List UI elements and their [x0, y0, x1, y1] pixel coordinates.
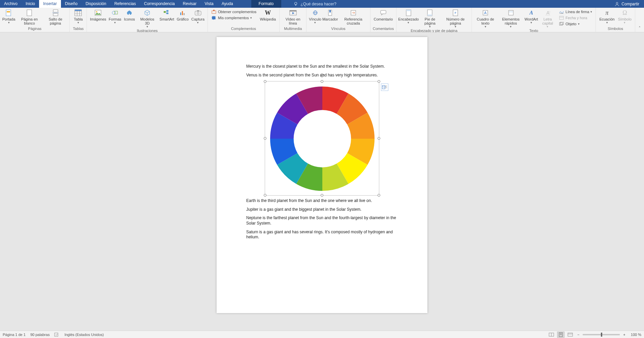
group-media: Vídeo en línea Multimedia [280, 8, 307, 32]
shapes-button[interactable]: Formas▾ [108, 8, 122, 25]
resize-handle-tr[interactable] [378, 80, 380, 83]
header-button[interactable]: Encabezado▾ [398, 8, 418, 25]
status-proofing-icon[interactable] [54, 332, 60, 337]
svg-rect-39 [406, 10, 411, 11]
group-addins-label: Complementos [210, 27, 277, 31]
document-area[interactable]: Mercury is the closest planet to the Sun… [0, 32, 644, 331]
paragraph-neptune[interactable]: Neptune is the farthest planet from the … [246, 215, 398, 226]
crossref-button[interactable]: Referencia cruzada [339, 8, 368, 25]
tab-design[interactable]: Diseño [61, 0, 82, 8]
cover-page-button[interactable]: Portada▾ [2, 8, 15, 25]
group-links: Vínculo▾ Marcador Referencia cruzada Vín… [307, 8, 370, 32]
svg-rect-5 [27, 10, 32, 16]
group-symbols-label: Símbolos [598, 27, 633, 31]
my-addins-button[interactable]: Mis complementos ▾ [211, 15, 256, 21]
zoom-out-button[interactable]: − [576, 333, 581, 337]
object-button[interactable]: Objeto ▾ [559, 21, 592, 27]
selected-image[interactable] [265, 81, 379, 196]
tab-references[interactable]: Referencias [110, 0, 140, 8]
comment-button[interactable]: Comentario [373, 8, 394, 21]
svg-text:A: A [484, 11, 487, 15]
tab-format-context[interactable]: Formato [251, 0, 281, 8]
paragraph-jupiter[interactable]: Jupiter is a gas giant and the biggest p… [246, 207, 398, 212]
view-read-mode[interactable] [548, 332, 555, 338]
3d-models-button[interactable]: Modelos 3D▾ [137, 8, 158, 29]
screenshot-button[interactable]: Captura▾ [190, 8, 205, 25]
smartart-button[interactable]: SmartArt [159, 8, 175, 21]
svg-rect-57 [560, 22, 564, 25]
group-pages-label: Páginas [2, 27, 67, 31]
svg-rect-48 [511, 11, 513, 12]
zoom-level[interactable]: 100 % [631, 333, 641, 337]
svg-rect-28 [212, 11, 216, 13]
group-text: ACuadro de texto▾ Elementos rápidos▾ AWo… [472, 8, 596, 32]
date-time-button[interactable]: Fecha y hora [559, 15, 592, 21]
dropcap-button[interactable]: ALetra capital▾ [539, 8, 557, 29]
svg-rect-23 [182, 11, 183, 15]
resize-handle-bl[interactable] [264, 194, 266, 197]
collapse-ribbon-button[interactable]: ˄ [635, 26, 644, 32]
tab-home[interactable]: Inicio [22, 0, 39, 8]
bookmark-button[interactable]: Marcador [322, 8, 338, 21]
tab-help[interactable]: Ayuda [218, 0, 237, 8]
images-button[interactable]: Imágenes [89, 8, 107, 21]
symbol-button[interactable]: ΩSímbolo▾ [617, 8, 633, 25]
tab-view[interactable]: Vista [201, 0, 218, 8]
resize-handle-mr[interactable] [378, 137, 380, 140]
paragraph-saturn[interactable]: Saturn is a gas giant and has several ri… [246, 230, 398, 240]
resize-handle-bm[interactable] [321, 194, 323, 197]
quick-parts-button[interactable]: Elementos rápidos▾ [497, 8, 524, 29]
svg-point-0 [294, 2, 297, 4]
svg-rect-1 [295, 4, 296, 5]
tab-insert[interactable]: Insertar [39, 0, 61, 8]
paragraph-earth[interactable]: Earth is the third planet from the Sun a… [246, 198, 398, 204]
blank-page-button[interactable]: Página en blanco [16, 8, 43, 25]
svg-rect-29 [213, 10, 215, 11]
textbox-button[interactable]: ACuadro de texto▾ [474, 8, 497, 29]
group-links-label: Vínculos [309, 27, 368, 31]
wordart-button[interactable]: AWordArt▾ [525, 8, 538, 25]
resize-handle-br[interactable] [378, 194, 380, 197]
view-print-layout[interactable] [557, 332, 565, 338]
tell-me-placeholder: ¿Qué desea hacer? [301, 2, 336, 6]
share-button[interactable]: Compartir [610, 0, 644, 8]
svg-rect-24 [184, 13, 185, 15]
tab-file[interactable]: Archivo [0, 0, 22, 8]
wikipedia-button[interactable]: WWikipedia [258, 8, 277, 21]
svg-rect-25 [195, 11, 201, 15]
tab-review[interactable]: Revisar [179, 0, 201, 8]
svg-rect-19 [164, 11, 166, 13]
tab-layout[interactable]: Disposición [82, 0, 110, 8]
svg-rect-6 [53, 10, 58, 12]
zoom-in-button[interactable]: + [622, 333, 626, 337]
zoom-slider[interactable] [583, 334, 620, 335]
signature-line-button[interactable]: Línea de firma ▾ [559, 9, 592, 14]
layout-options-button[interactable] [381, 83, 388, 91]
get-addins-button[interactable]: Obtener complementos [211, 9, 256, 14]
tab-mail[interactable]: Correspondencia [140, 0, 179, 8]
view-web-layout[interactable] [567, 332, 574, 338]
online-video-button[interactable]: Vídeo en línea [282, 8, 304, 25]
svg-point-2 [616, 2, 618, 4]
group-media-label: Multimedia [282, 27, 304, 31]
group-tables-label: Tablas [72, 27, 85, 31]
link-button[interactable]: Vínculo▾ [309, 8, 321, 25]
chart-button[interactable]: Gráfico [176, 8, 190, 21]
icons-button[interactable]: Iconos [123, 8, 136, 21]
svg-rect-54 [559, 16, 564, 20]
page-break-button[interactable]: Salto de página [43, 8, 68, 25]
status-words[interactable]: 90 palabras [30, 333, 50, 337]
svg-rect-22 [180, 12, 181, 15]
svg-rect-69 [568, 333, 573, 336]
tell-me[interactable]: ¿Qué desea hacer? [293, 0, 336, 8]
svg-text:#: # [455, 11, 456, 14]
footer-button[interactable]: Pie de página▾ [419, 8, 441, 29]
status-bar: Página 1 de 1 90 palabras Inglés (Estado… [0, 331, 644, 338]
status-page[interactable]: Página 1 de 1 [3, 333, 26, 337]
table-button[interactable]: Tabla▾ [72, 8, 85, 25]
paragraph-mercury[interactable]: Mercury is the closest planet to the Sun… [246, 64, 398, 69]
equation-button[interactable]: πEcuación▾ [598, 8, 616, 25]
page-number-button[interactable]: #Número de página▾ [442, 8, 470, 29]
rotate-handle[interactable] [319, 73, 325, 78]
status-language[interactable]: Inglés (Estados Unidos) [64, 333, 104, 337]
